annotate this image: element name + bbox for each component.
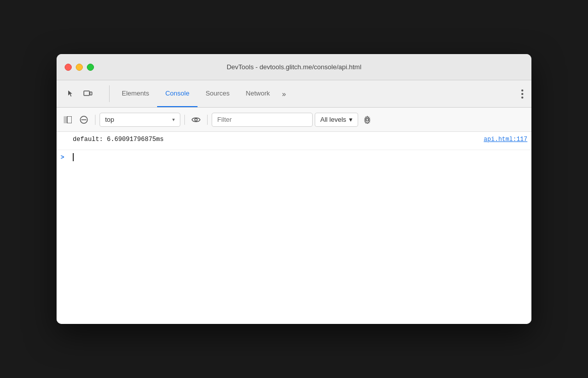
log-levels-button[interactable]: All levels ▾ (315, 113, 358, 127)
inspect-element-icon[interactable] (65, 87, 79, 101)
sidebar-toggle-button[interactable] (61, 113, 75, 127)
context-label: top (105, 116, 114, 123)
minimize-button[interactable] (76, 64, 83, 71)
maximize-button[interactable] (87, 64, 94, 71)
tab-console[interactable]: Console (157, 80, 198, 107)
close-button[interactable] (65, 64, 72, 71)
console-content: default: 6.69091796875ms api.html:117 > (57, 132, 531, 324)
settings-button[interactable] (360, 113, 374, 127)
log-location[interactable]: api.html:117 (484, 136, 527, 143)
menu-more-button[interactable] (517, 85, 527, 103)
dot-3 (521, 97, 523, 99)
dot-1 (521, 89, 523, 91)
device-toolbar-icon[interactable] (81, 87, 95, 101)
window-title: DevTools - devtools.glitch.me/console/ap… (227, 63, 362, 71)
console-log-entry: default: 6.69091796875ms api.html:117 (57, 132, 531, 150)
clear-console-button[interactable] (77, 113, 91, 127)
svg-rect-2 (64, 116, 67, 123)
svg-rect-0 (84, 91, 89, 96)
context-dropdown-arrow: ▾ (172, 117, 175, 122)
levels-label: All levels (320, 116, 346, 123)
dot-2 (521, 93, 523, 95)
devtools-window: DevTools - devtools.glitch.me/console/ap… (57, 54, 531, 324)
levels-arrow-icon: ▾ (349, 116, 353, 123)
svg-rect-3 (67, 116, 72, 123)
toolbar-divider-2 (184, 115, 185, 125)
cursor-line (73, 153, 74, 161)
prompt-chevron: > (61, 154, 69, 161)
toolbar-divider-1 (95, 115, 95, 125)
tab-icons (61, 80, 99, 107)
tab-more[interactable]: » (278, 80, 290, 107)
context-selector[interactable]: top ▾ (100, 113, 180, 127)
console-toolbar: top ▾ All levels ▾ (57, 108, 531, 132)
tab-elements[interactable]: Elements (114, 80, 157, 107)
toolbar-divider-3 (207, 115, 208, 125)
eye-button[interactable] (189, 113, 203, 127)
tabs-right (517, 80, 527, 107)
tabs-bar: Elements Console Sources Network » (57, 80, 531, 108)
title-bar: DevTools - devtools.glitch.me/console/ap… (57, 54, 531, 80)
svg-point-6 (195, 118, 198, 121)
tab-sources[interactable]: Sources (198, 80, 238, 107)
text-cursor (73, 153, 74, 161)
log-message: default: 6.69091796875ms (73, 135, 484, 145)
console-input-line[interactable]: > (57, 150, 531, 168)
filter-input[interactable] (212, 113, 313, 127)
tab-network[interactable]: Network (238, 80, 278, 107)
svg-rect-1 (90, 92, 92, 95)
traffic-lights (65, 64, 94, 71)
svg-point-7 (366, 118, 369, 121)
tab-divider-1 (109, 85, 110, 102)
